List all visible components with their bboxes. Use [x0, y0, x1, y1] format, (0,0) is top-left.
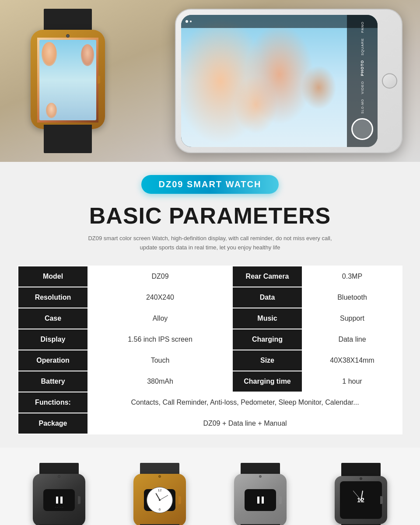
value-model: DZ09: [88, 266, 232, 287]
watch-hero-left: [0, 0, 136, 162]
watch-variant-dark: 12: [317, 461, 405, 525]
value-data: Bluetooth: [302, 287, 402, 308]
label-case: Case: [18, 308, 88, 329]
camera-dark: [360, 477, 362, 480]
pause-bar-2: [60, 497, 63, 504]
clock-12: 12: [158, 488, 162, 492]
watch-variant-black: - - : - -: [15, 461, 103, 525]
label-music: Music: [232, 308, 302, 329]
btn-gold: [178, 496, 181, 504]
watch-case: [31, 30, 105, 129]
value-music: Support: [302, 308, 402, 329]
label-battery: Battery: [18, 371, 88, 392]
watch-band-bottom: [44, 125, 92, 153]
watch-variant-gold: 12 6: [116, 461, 203, 525]
person3: [46, 103, 57, 118]
value-package: DZ09 + Data line + Manual: [88, 413, 402, 434]
shutter-button[interactable]: [351, 118, 373, 140]
label-resolution: Resolution: [18, 287, 88, 308]
label-data: Data: [232, 287, 302, 308]
table-row: Functions: Contacts, Call Reminder, Anti…: [18, 392, 402, 413]
mini-watch-gold: 12 6: [127, 463, 192, 525]
mode-photo: PHOTO: [360, 60, 364, 76]
table-row: Resolution 240X240 Data Bluetooth: [18, 287, 402, 308]
value-functions: Contacts, Call Reminder, Anti-loss, Pedo…: [88, 392, 402, 413]
camera-indicator: [186, 20, 188, 23]
clock-center: [159, 499, 161, 501]
pause-icon: [56, 497, 63, 504]
mode-pano: PANO: [360, 21, 364, 33]
label-rear-camera: Rear Camera: [232, 266, 302, 287]
value-charging: Data line: [302, 329, 402, 350]
value-size: 40X38X14mm: [302, 350, 402, 371]
camera-black: [58, 475, 60, 478]
watch-screen: [37, 38, 98, 122]
specs-subtitle: DZ09 smart color screen Watch, high-defi…: [18, 234, 402, 252]
hero-watch: [20, 9, 116, 153]
value-case: Alloy: [88, 308, 232, 329]
mini-watch-silver: [228, 463, 293, 525]
phone-home-button[interactable]: [382, 74, 397, 89]
label-charging-time: Charging time: [232, 371, 302, 392]
mini-watch-black: - - : - -: [26, 463, 92, 525]
mode-square: SQUARE: [360, 38, 364, 56]
hero-section: PANO SQUARE PHOTO VIDEO SLO-MO: [0, 0, 420, 162]
mode-slomo: SLO-MO: [361, 99, 364, 114]
watch-camera: [66, 34, 70, 38]
btn-black: [78, 496, 80, 504]
subtitle-line2: update sports data in real time, let you…: [140, 244, 280, 251]
phone-body: PANO SQUARE PHOTO VIDEO SLO-MO: [175, 9, 402, 153]
photo-bg: [39, 40, 96, 120]
specs-table: Model DZ09 Rear Camera 0.3MP Resolution …: [18, 266, 402, 434]
mini-watch-dark: 12: [328, 463, 394, 525]
label-size: Size: [232, 350, 302, 371]
time-display-1: - - : - -: [55, 505, 63, 508]
minute-hand: [160, 495, 168, 500]
pause-icon-silver: [257, 497, 264, 504]
camera-dot2: [190, 21, 192, 22]
label-operation: Operation: [18, 350, 88, 371]
label-functions: Functions:: [18, 392, 88, 413]
pause-bar-1: [56, 497, 58, 504]
value-resolution: 240X240: [88, 287, 232, 308]
table-row: Operation Touch Size 40X38X14mm: [18, 350, 402, 371]
watch-variant-silver: [217, 461, 304, 525]
camera-gold: [158, 475, 161, 478]
label-charging: Charging: [232, 329, 302, 350]
label-model: Model: [18, 266, 88, 287]
phone-photo: PANO SQUARE PHOTO VIDEO SLO-MO: [181, 15, 378, 147]
table-row: Battery 380mAh Charging time 1 hour: [18, 371, 402, 392]
band-top-dark: [341, 463, 381, 476]
product-badge: DZ09 SMART WATCH: [141, 175, 279, 194]
label-display: Display: [18, 329, 88, 350]
case-gold: 12 6: [133, 474, 186, 525]
subtitle-line1: DZ09 smart color screen Watch, high-defi…: [88, 235, 332, 242]
table-row: Package DZ09 + Data line + Manual: [18, 413, 402, 434]
btn-silver: [279, 496, 282, 504]
page-title: BASIC PARAMETERS: [18, 203, 402, 229]
specs-section: DZ09 SMART WATCH BASIC PARAMETERS DZ09 s…: [0, 162, 420, 448]
pause-bar-s2: [262, 497, 264, 504]
phone-screen: PANO SQUARE PHOTO VIDEO SLO-MO: [181, 15, 378, 147]
table-row: Model DZ09 Rear Camera 0.3MP: [18, 266, 402, 287]
table-row: Case Alloy Music Support: [18, 308, 402, 329]
camera-right-panel: PANO SQUARE PHOTO VIDEO SLO-MO: [347, 15, 378, 147]
person2: [81, 44, 94, 66]
clock-face-gold: 12 6: [147, 487, 173, 513]
pause-bar-s1: [257, 497, 259, 504]
camera-silver: [259, 475, 262, 478]
label-package: Package: [18, 413, 88, 434]
bottom-watches-section: - - : - - 12 6: [0, 448, 420, 525]
btn-dark: [380, 496, 383, 504]
value-battery: 380mAh: [88, 371, 232, 392]
screen-dark: 12: [340, 481, 382, 519]
clock-center-dark: [360, 499, 362, 501]
clock-6: 6: [159, 508, 161, 511]
case-dark: 12: [335, 476, 387, 524]
value-rear-camera: 0.3MP: [302, 266, 402, 287]
watch-button: [98, 76, 100, 84]
watch-display-photo: [37, 38, 98, 122]
screen-gold: 12 6: [144, 489, 175, 511]
mode-video: VIDEO: [360, 81, 364, 94]
value-operation: Touch: [88, 350, 232, 371]
